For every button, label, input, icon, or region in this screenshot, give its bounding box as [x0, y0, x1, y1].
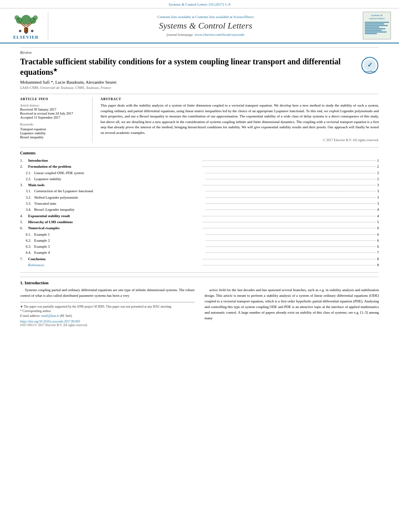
affiliation: LAAS-CNRS, Université de Toulouse, CNRS,… [20, 86, 379, 90]
toc-dots [206, 210, 375, 210]
toc-label: Hierarchy of LMI conditions [28, 219, 201, 225]
toc-page: 3 [377, 195, 379, 201]
toc-item: 4.Exponential stability result4 [20, 213, 379, 219]
toc-num: 6.1. [20, 232, 34, 238]
toc-label: Exponential stability result [28, 213, 201, 219]
toc-dots [206, 234, 375, 235]
toc-item: 3.3.Truncated state3 [20, 201, 379, 207]
toc-item: 2.Formulation of the problem2 [20, 164, 379, 170]
email-address[interactable]: msafi@laas.fr [41, 314, 59, 318]
toc-label: Linear coupled ODE–PDE system [34, 170, 204, 176]
received-date: Received 30 January 2017 [20, 107, 86, 111]
toc-dots [206, 173, 375, 173]
accepted-date: Accepted 11 September 2017 [20, 115, 86, 119]
toc-item: 6.2.Example 26 [20, 238, 379, 244]
toc-num: 6.2. [20, 238, 34, 244]
toc-page: 7 [377, 250, 379, 256]
svg-point-12 [31, 30, 33, 32]
toc-label: Shifted Legendre polynomials [34, 195, 204, 201]
toc-num: 6.3. [20, 244, 34, 250]
toc-page: 6 [377, 232, 379, 238]
toc-item: 6.Numerical examples6 [20, 225, 379, 231]
divider-1 [20, 147, 379, 148]
keyword-3: Bessel inequality [20, 135, 86, 139]
toc-label: Truncated state [34, 201, 204, 207]
toc-item: 3.2.Shifted Legendre polynomials3 [20, 195, 379, 201]
revised-date: Received in revised form 24 July 2017 [20, 111, 86, 115]
toc-item: 2.1.Linear coupled ODE–PDE system2 [20, 170, 379, 176]
toc-item: 6.4.Example 47 [20, 250, 379, 256]
toc-dots [203, 259, 376, 259]
intro-heading: 1. Introduction [20, 280, 379, 285]
abstract-heading: ABSTRACT [101, 97, 379, 101]
journal-title: Systems & Control Letters [159, 21, 252, 31]
doi-text[interactable]: https://doi.org/10.1016/j.sysconle.2017.… [20, 320, 195, 323]
toc-dots [206, 191, 375, 191]
toc-dots [206, 203, 375, 204]
citation-text: Systems & Control Letters 110 (2017) 1–8 [169, 2, 230, 6]
toc-dots [203, 160, 376, 161]
history-label: Article history: [20, 104, 40, 107]
toc-num: 3. [20, 182, 28, 188]
svg-text:CrossMark: CrossMark [364, 70, 376, 73]
footnote-section: ★ The paper was partially supported by t… [20, 302, 195, 327]
toc-label: Example 2 [34, 238, 204, 244]
thumb-title: systems &control letters [369, 14, 385, 20]
footnote-corresponding: * Corresponding author. [20, 309, 195, 313]
homepage-label: journal homepage: [167, 33, 193, 37]
toc-item: 3.1.Construction of the Lyapunov functio… [20, 188, 379, 194]
elsevier-logo: ELSEVIER [8, 12, 48, 39]
toc-dots [203, 216, 376, 216]
authors-text: Mohammed Safi *, Lucie Baudouin, Alexand… [20, 80, 117, 84]
toc-dots [206, 246, 375, 247]
journal-homepage: journal homepage: www.elsevier.com/locat… [167, 33, 244, 37]
issn-text: 0167-6911/© 2017 Elsevier B.V. All right… [20, 323, 195, 327]
footnote-star: ★ The paper was partially supported by t… [20, 304, 195, 309]
toc-num: 3.3. [20, 201, 34, 207]
toc-dots [203, 185, 376, 185]
toc-page: 1 [377, 158, 379, 164]
divider-2 [20, 272, 379, 273]
email-label: E-mail address: [20, 314, 40, 318]
journal-header: ELSEVIER Contents lists available at Con… [0, 8, 399, 43]
toc-num: 2.1. [20, 170, 34, 176]
top-bar: Systems & Control Letters 110 (2017) 1–8 [0, 0, 399, 8]
toc-label: Bessel–Legendre inequality [34, 207, 204, 213]
toc-page: 2 [377, 164, 379, 170]
toc-list: 1.Introduction12.Formulation of the prob… [20, 158, 379, 268]
homepage-url[interactable]: www.elsevier.com/locate/sysconle [195, 33, 245, 37]
toc-num: 5. [20, 219, 28, 225]
toc-page: 4 [377, 207, 379, 213]
toc-label: Main tools [28, 182, 201, 188]
toc-page: 2 [377, 170, 379, 176]
keyword-2: Lyapunov stability [20, 131, 86, 135]
toc-num: 2.2. [20, 176, 34, 182]
toc-dots [203, 166, 376, 167]
toc-page: 6 [377, 238, 379, 244]
toc-num: 4. [20, 213, 28, 219]
svg-point-9 [33, 15, 38, 20]
crossmark-icon: ✓ CrossMark [361, 56, 379, 74]
intro-columns: Systems coupling partial and ordinary di… [20, 288, 379, 327]
copyright: © 2017 Elsevier B.V. All rights reserved… [101, 138, 379, 142]
keywords-label: Keywords: [20, 123, 86, 126]
toc-dots [203, 222, 376, 222]
journal-thumbnail: systems &control letters [363, 12, 391, 39]
toc-page: 3 [377, 188, 379, 194]
toc-item: 2.2.Lyapunov stability2 [20, 176, 379, 182]
toc-page: 3 [377, 201, 379, 207]
title-star: ★ [53, 67, 58, 73]
toc-dots [203, 265, 376, 265]
keywords-section: Keywords: Transport equation Lyapunov st… [20, 123, 86, 139]
toc-num: 1. [20, 158, 28, 164]
toc-num: 2. [20, 164, 28, 170]
title-main: Tractable sufficient stability condition… [20, 57, 341, 76]
toc-label: Introduction [28, 158, 201, 164]
toc-num: 7. [20, 256, 28, 262]
sciencedirect-link-text[interactable]: Contents lists available at ScienceDirec… [195, 15, 254, 19]
review-label: Review [20, 47, 379, 55]
toc-item: 7.Conclusion8 [20, 256, 379, 262]
article-info-heading: ARTICLE INFO [20, 97, 86, 101]
toc-dots [206, 197, 375, 198]
toc-dots [206, 253, 375, 253]
